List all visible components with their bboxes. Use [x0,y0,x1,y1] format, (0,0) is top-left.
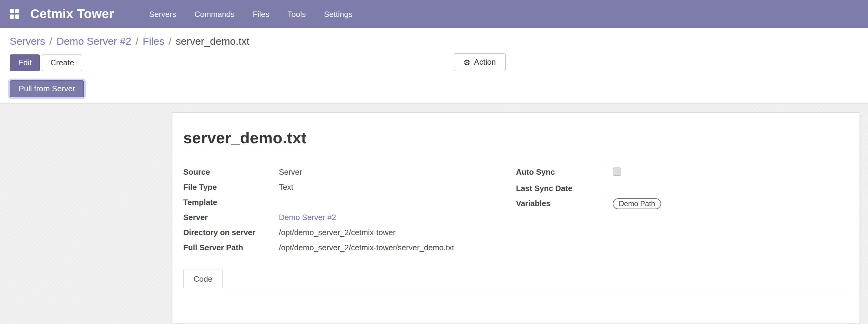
edit-button[interactable]: Edit [10,55,40,71]
field-label-template: Template [183,196,279,208]
menu-commands[interactable]: Commands [193,6,236,22]
apps-grid-dot [15,9,19,13]
tab-code-body [183,288,849,323]
content-area: server_demo.txt Source Server File Type … [0,104,868,324]
field-row-template: Template [183,195,516,210]
field-row-source: Source Server [183,164,516,180]
variable-tag: Demo Path [613,198,661,209]
group-left: Source Server File Type Text Template Se… [183,164,516,255]
field-label-last-sync: Last Sync Date [516,183,607,194]
field-label-full-path: Full Server Path [183,242,279,253]
apps-grid-icon[interactable] [10,9,19,19]
control-panel: Servers / Demo Server #2 / Files / serve… [0,28,868,104]
tab-code[interactable]: Code [183,269,223,288]
pull-from-server-button[interactable]: Pull from Server [10,80,84,97]
field-row-directory: Directory on server /opt/demo_server_2/c… [183,225,516,240]
gear-icon: ⚙ [463,58,470,66]
apps-grid-dot [10,9,14,13]
breadcrumb-separator: / [168,36,171,48]
screen: Cetmix Tower Servers Commands Files Tool… [0,0,868,324]
field-value-full-path: /opt/demo_server_2/cetmix-tower/server_d… [279,242,516,253]
field-groups: Source Server File Type Text Template Se… [183,164,849,255]
breadcrumb-link-servers[interactable]: Servers [10,36,45,48]
top-navbar: Cetmix Tower Servers Commands Files Tool… [0,0,868,28]
app-brand[interactable]: Cetmix Tower [30,7,114,21]
breadcrumb-separator: / [135,36,138,48]
action-button-label: Action [474,58,496,67]
menu-servers[interactable]: Servers [148,6,178,22]
form-sheet: server_demo.txt Source Server File Type … [172,112,860,323]
group-right: Auto Sync Last Sync Date Variables Demo … [516,164,849,255]
field-value-server-link[interactable]: Demo Server #2 [279,212,516,223]
menu-files[interactable]: Files [252,6,271,22]
apps-grid-dot [10,14,14,19]
field-label-source: Source [183,166,279,178]
field-value-last-sync [607,183,849,194]
field-label-server: Server [183,212,279,223]
auto-sync-checkbox[interactable] [613,167,621,176]
breadcrumb-link-files[interactable]: Files [143,36,164,48]
field-row-last-sync: Last Sync Date [516,181,849,196]
main-menu: Servers Commands Files Tools Settings [148,6,353,22]
field-label-variables: Variables [516,198,607,209]
field-value-auto-sync [607,166,849,179]
breadcrumb-link-demo-server[interactable]: Demo Server #2 [57,36,131,48]
menu-settings[interactable]: Settings [323,6,353,22]
field-row-server: Server Demo Server #2 [183,210,516,225]
field-label-directory: Directory on server [183,227,279,238]
field-row-auto-sync: Auto Sync [516,164,849,181]
breadcrumb-current: server_demo.txt [176,36,249,48]
action-button[interactable]: ⚙ Action [454,53,506,71]
notebook-tabs: Code [183,269,849,288]
field-value-source: Server [279,166,516,178]
field-row-full-path: Full Server Path /opt/demo_server_2/cetm… [183,240,516,255]
create-button[interactable]: Create [42,55,83,71]
field-row-file-type: File Type Text [183,180,516,195]
field-value-directory: /opt/demo_server_2/cetmix-tower [279,227,516,238]
button-row: Edit Create ⚙ Action [0,53,868,72]
field-label-auto-sync: Auto Sync [516,166,607,179]
breadcrumb: Servers / Demo Server #2 / Files / serve… [0,28,868,53]
field-value-file-type: Text [279,181,516,193]
field-label-file-type: File Type [183,181,279,193]
field-value-variables: Demo Path [607,198,849,209]
record-title: server_demo.txt [183,129,849,148]
breadcrumb-separator: / [49,36,52,48]
menu-tools[interactable]: Tools [286,6,307,22]
field-row-variables: Variables Demo Path [516,196,849,211]
field-value-template [279,196,516,208]
apps-grid-dot [15,14,19,19]
pull-row: Pull from Server [0,72,868,97]
